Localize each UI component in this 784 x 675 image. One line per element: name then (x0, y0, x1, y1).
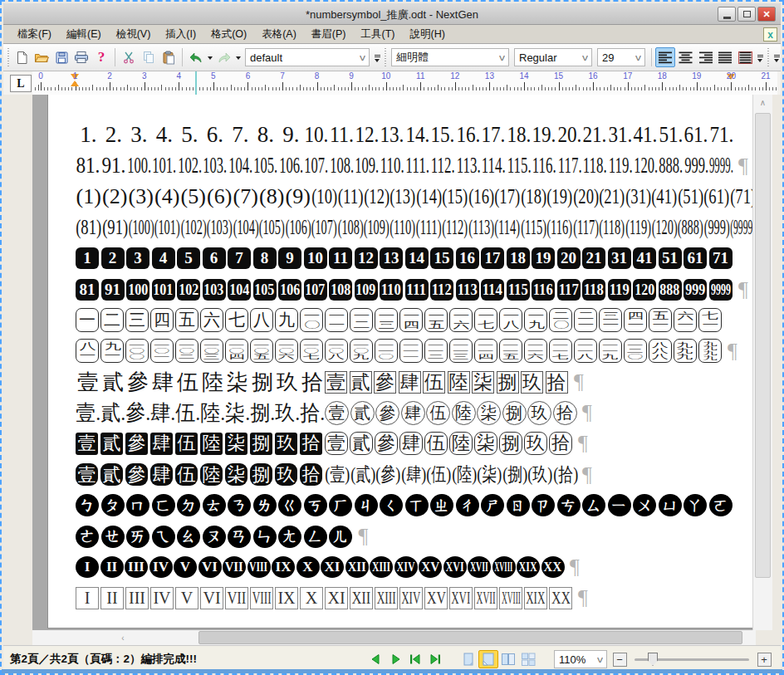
symbol-cell: ㄤ (278, 526, 301, 548)
symbol-cell: X (296, 556, 320, 578)
nav-next-page-icon[interactable] (385, 650, 405, 668)
save-icon[interactable] (51, 47, 71, 67)
menu-item-8[interactable]: 工具(T) (354, 25, 403, 44)
copy-icon[interactable] (139, 47, 159, 67)
symbol-cell: 114 (481, 279, 504, 301)
toolbar-overflow-icon[interactable] (372, 47, 382, 67)
horizontal-scroll-thumb[interactable] (198, 631, 742, 644)
align-distribute-icon[interactable] (735, 47, 755, 67)
tab-stop-selector[interactable]: L (10, 75, 32, 92)
undo-icon[interactable] (186, 47, 206, 67)
align-right-icon[interactable] (695, 47, 715, 67)
align-justify-icon[interactable] (715, 47, 735, 67)
symbol-cell: 玖 (524, 432, 547, 455)
view-two-pages-icon[interactable] (498, 650, 518, 668)
symbol-cell: 捌 (250, 368, 275, 397)
dropdown-arrow-icon[interactable] (206, 47, 214, 67)
paragraph-style-combo-value: default (250, 51, 282, 64)
symbol-cell: ㄥ (304, 526, 327, 548)
minimize-button[interactable] (718, 7, 736, 22)
chevron-down-icon[interactable]: v (597, 655, 603, 664)
scroll-up-icon[interactable]: ∧ (753, 95, 772, 110)
font-style-combo[interactable]: Regularv (514, 48, 592, 66)
nav-first-page-icon[interactable] (405, 650, 425, 668)
view-page-fit-icon[interactable] (478, 650, 498, 668)
zoom-slider[interactable] (635, 652, 749, 667)
chevron-down-icon[interactable]: v (499, 53, 505, 62)
scroll-left-icon[interactable]: ‹ (115, 630, 130, 645)
symbol-cell: (19) (546, 184, 573, 209)
nav-last-page-icon[interactable] (425, 650, 445, 668)
symbol-cell: ㄛ (709, 494, 733, 516)
zoom-level-combo-value: 110% (559, 653, 586, 666)
ruler-number: 18 (655, 71, 669, 81)
symbol-cell: 一〇 (300, 308, 323, 332)
paste-icon[interactable] (159, 47, 179, 67)
symbol-cell: 117. (557, 153, 583, 179)
vertical-scroll-thumb[interactable] (755, 113, 771, 578)
symbol-cell: 陸 (200, 368, 225, 397)
symbol-cell: 102 (177, 279, 200, 301)
help-icon[interactable]: ? (91, 47, 111, 67)
dropdown-arrow-icon[interactable] (234, 47, 243, 67)
symbol-cell: 三一 (599, 308, 622, 332)
close-button[interactable]: ✕ (757, 7, 776, 22)
menu-item-2[interactable]: 編輯(E) (59, 25, 109, 44)
menu-item-9[interactable]: 說明(H) (403, 25, 453, 44)
menu-item-3[interactable]: 檢視(V) (109, 25, 159, 44)
open-folder-icon[interactable] (32, 47, 51, 67)
document-close-button[interactable]: x (763, 27, 777, 42)
toolbar-overflow-icon[interactable] (772, 47, 782, 67)
toolbar-overflow-icon[interactable] (755, 47, 765, 67)
menu-item-5[interactable]: 格式(O) (203, 25, 254, 44)
menu-item-6[interactable]: 表格(A) (254, 25, 304, 44)
view-multi-pages-icon[interactable] (518, 650, 538, 668)
zoom-level-combo[interactable]: 110%v (554, 650, 607, 668)
symbol-cell: 七 (225, 308, 248, 332)
cut-icon[interactable] (119, 47, 139, 67)
vertical-scrollbar[interactable]: ∧ (752, 95, 772, 630)
font-name-combo[interactable]: 細明體v (391, 48, 509, 66)
symbol-cell: 103. (203, 153, 228, 179)
chevron-down-icon[interactable]: v (635, 53, 641, 62)
menu-item-1[interactable]: 檔案(F) (10, 25, 59, 44)
view-single-page-icon[interactable] (458, 650, 478, 668)
symbol-cell: 參 (125, 433, 148, 455)
toolbar-grip[interactable] (767, 48, 769, 66)
symbol-cell: ㄗ (532, 494, 555, 516)
chevron-down-icon[interactable]: v (360, 53, 365, 62)
zoom-in-icon[interactable]: + (754, 650, 774, 668)
document-line: 八一九一一〇〇一〇一一〇二一〇三一〇四一〇五一〇六一〇七一〇八一〇九一一〇一一一… (76, 335, 753, 366)
toolbar-grip[interactable] (7, 48, 9, 66)
font-size-combo[interactable]: 29v (597, 48, 645, 66)
zoom-slider-thumb[interactable] (648, 653, 658, 666)
print-icon[interactable] (71, 47, 91, 67)
paragraph-style-combo[interactable]: defaultv (245, 48, 370, 66)
new-doc-icon[interactable] (12, 47, 32, 67)
symbol-cell: 一〇三 (200, 339, 223, 363)
title-bar[interactable]: *numbersymbol_推廣.odt - NextGen ✕ (3, 3, 781, 25)
horizontal-scrollbar[interactable]: ‹ (32, 630, 756, 645)
symbol-cell: 一一六 (524, 339, 547, 363)
symbol-cell: 108 (329, 279, 352, 301)
symbol-cell: 拾 (300, 368, 325, 397)
symbol-cell: 120. (633, 153, 659, 179)
symbol-cell: 伍 (424, 432, 448, 455)
zoom-out-icon[interactable]: − (610, 650, 630, 668)
maximize-button[interactable] (737, 7, 756, 22)
nav-prev-page-icon[interactable] (365, 650, 385, 668)
chevron-down-icon[interactable]: v (582, 53, 588, 62)
align-left-icon[interactable] (655, 47, 675, 67)
pilcrow-mark: ¶ (574, 369, 584, 394)
document-page[interactable]: 1.2.3.4.5.6.7.8.9.10.11.12.13.14.15.16.1… (47, 95, 754, 629)
ruler-number: 19 (690, 71, 703, 81)
symbol-cell: 14. (405, 122, 431, 148)
toolbar-grip[interactable] (385, 48, 386, 66)
menu-item-7[interactable]: 書眉(P) (304, 25, 354, 44)
symbol-cell: 一〇四 (225, 339, 248, 363)
symbol-cell: 109 (355, 279, 378, 301)
left-indent-marker[interactable] (71, 81, 79, 86)
menu-item-4[interactable]: 插入(I) (158, 25, 203, 44)
redo-icon[interactable] (214, 47, 234, 67)
align-center-icon[interactable] (675, 47, 695, 67)
